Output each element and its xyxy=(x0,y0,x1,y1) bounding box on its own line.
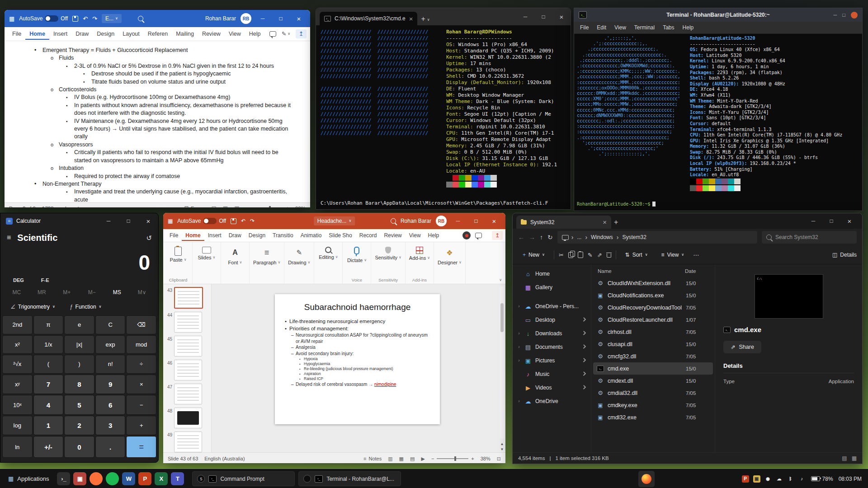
file-row[interactable]: CloudNotifications.exe 15/0 xyxy=(593,289,713,301)
memory-flyout-button[interactable]: M∨ xyxy=(130,289,155,296)
slide-thumbnail[interactable]: 43 xyxy=(166,287,210,309)
ribbon-tab[interactable]: Home xyxy=(25,28,49,40)
maximize-button[interactable] xyxy=(842,13,845,18)
ribbon-tab[interactable]: Design xyxy=(245,230,269,241)
ribbon-tab[interactable]: View xyxy=(225,28,245,40)
expander-icon[interactable] xyxy=(517,345,521,349)
ribbon-tab[interactable]: Referen xyxy=(144,28,172,40)
autosave-toggle[interactable]: AutoSave Off xyxy=(177,218,226,224)
slide-thumbnail[interactable]: 47 xyxy=(166,384,210,404)
maximize-button[interactable] xyxy=(822,218,840,224)
ribbon-tab[interactable]: Draw xyxy=(225,230,245,241)
clock[interactable]: 08:03 PM xyxy=(839,476,862,482)
file-row[interactable]: cmcfg32.dll 7/05 xyxy=(593,350,713,362)
menu-item[interactable]: Help xyxy=(679,24,698,31)
editing-mode-selector[interactable] xyxy=(282,31,290,37)
sort-button[interactable]: Sort xyxy=(621,249,652,260)
angle-unit-button[interactable]: DEG xyxy=(13,277,24,283)
notes-button[interactable]: Notes xyxy=(363,456,382,461)
read-mode-icon[interactable] xyxy=(212,206,217,207)
zoom-level[interactable]: 38% xyxy=(481,456,491,461)
memory-clear-button[interactable]: MC xyxy=(4,289,29,296)
divide-button[interactable]: ÷ xyxy=(126,355,156,374)
back-button[interactable] xyxy=(518,234,524,240)
close-button[interactable] xyxy=(552,14,571,20)
file-row[interactable]: clusapi.dll 15/0 xyxy=(593,338,713,350)
slide[interactable]: Subarachnoid haemorrhage Life-threatenin… xyxy=(275,294,440,424)
page-indicator[interactable]: Page 2 of 9 xyxy=(9,206,36,207)
forward-button[interactable] xyxy=(529,234,535,240)
undo-icon[interactable] xyxy=(83,16,88,22)
camera-tray-icon[interactable]: ◉ xyxy=(764,475,772,483)
sidebar-item[interactable]: ▦ Gallery xyxy=(514,281,589,294)
ribbon-group[interactable]: Paste Clipboard xyxy=(164,242,193,284)
powerpoint-launcher-icon[interactable]: P xyxy=(138,472,151,485)
ribbon-tab[interactable]: Animatio xyxy=(297,230,326,241)
sidebar-item[interactable]: ⌂ Home xyxy=(514,267,589,281)
copy-icon[interactable] xyxy=(568,252,573,258)
slide-indicator[interactable]: Slide 43 of 63 xyxy=(168,456,198,461)
record-button[interactable] xyxy=(462,231,471,239)
file-row[interactable]: cmd.exe 15/0 xyxy=(593,362,713,375)
view-button[interactable]: View xyxy=(657,249,689,260)
cut-icon[interactable] xyxy=(559,252,564,258)
backspace-button[interactable]: ⌫ xyxy=(126,315,156,334)
square-root-button[interactable]: ²√x xyxy=(2,355,33,374)
breadcrumb-item[interactable]: Windows xyxy=(588,233,616,241)
sidebar-item[interactable]: ▣ Pictures xyxy=(514,354,589,367)
teams-launcher-icon[interactable]: T xyxy=(171,472,184,485)
terminal-screen[interactable]: ///////////////// ///////////////// ////… xyxy=(316,25,571,209)
more-options-icon[interactable] xyxy=(693,252,699,258)
minimize-button[interactable] xyxy=(804,218,822,224)
avatar[interactable]: RB xyxy=(241,13,251,24)
details-view-toggle-icon[interactable] xyxy=(852,455,857,461)
open-paren-button[interactable]: ( xyxy=(33,355,64,374)
zoom-slider[interactable]: −+ xyxy=(246,206,289,207)
files-tray-icon[interactable]: ▣ xyxy=(753,475,760,483)
digit-5-button[interactable]: 5 xyxy=(64,395,94,415)
word-count[interactable]: 1728 words xyxy=(42,206,69,207)
subtract-button[interactable]: − xyxy=(126,395,156,415)
up-button[interactable] xyxy=(540,234,543,240)
search-icon[interactable] xyxy=(391,218,396,224)
menu-item[interactable]: File xyxy=(576,24,593,31)
ribbon-tab[interactable]: File xyxy=(8,28,25,40)
battery-indicator[interactable]: 78% xyxy=(811,476,833,482)
autosave-toggle[interactable]: AutoSave Off xyxy=(19,15,68,22)
bluetooth-tray-icon[interactable]: ᛒ xyxy=(787,475,794,483)
ribbon-tab[interactable]: Help xyxy=(425,230,443,241)
document-title[interactable]: E... xyxy=(102,14,122,23)
volume-tray-icon[interactable]: ♪ xyxy=(798,475,806,483)
function-dropdown[interactable]: ƒFunction xyxy=(65,301,106,312)
file-row[interactable]: cmdkey.exe 7/05 xyxy=(593,399,713,411)
ribbon-group[interactable]: Slides xyxy=(193,242,221,284)
expander-icon[interactable] xyxy=(517,304,521,309)
add-button[interactable]: + xyxy=(126,416,156,436)
list-view-toggle-icon[interactable] xyxy=(842,455,847,461)
slide-thumbnail[interactable]: 49 xyxy=(166,432,210,452)
ribbon-tab[interactable]: Help xyxy=(245,28,265,40)
log-button[interactable]: log xyxy=(2,416,33,436)
paste-icon[interactable] xyxy=(578,252,583,258)
explorer-tab[interactable]: System32 xyxy=(516,216,611,229)
file-row[interactable]: CloudRecoveryDownloadTool.dll 7/05 xyxy=(593,301,713,314)
taskbar-window-button[interactable]: Terminal - RohanBarar@L... xyxy=(298,471,401,486)
expander-icon[interactable] xyxy=(517,358,521,363)
new-button[interactable]: New xyxy=(518,249,549,260)
digit-0-button[interactable]: 0 xyxy=(64,436,94,458)
power-button[interactable]: xʸ xyxy=(2,375,33,394)
modulo-button[interactable]: mod xyxy=(126,335,156,354)
taskbar-window-button[interactable]: 5 Command Prompt xyxy=(192,471,295,486)
file-row[interactable]: cmdl32.exe 7/05 xyxy=(593,411,713,423)
ribbon-group[interactable]: Dictate Voice xyxy=(343,242,371,284)
ribbon-tab[interactable]: Draw xyxy=(71,28,93,40)
slide-thumbnail[interactable]: 44 xyxy=(166,312,210,333)
ribbon-tab[interactable]: Design xyxy=(93,28,118,40)
minimize-button[interactable] xyxy=(834,13,837,18)
multiply-button[interactable]: × xyxy=(126,375,156,394)
maximize-button[interactable] xyxy=(534,14,552,19)
memory-store-button[interactable]: MS xyxy=(104,289,130,296)
comments-icon[interactable] xyxy=(475,233,482,238)
file-row[interactable]: cmdial32.dll 7/05 xyxy=(593,387,713,399)
digit-2-button[interactable]: 2 xyxy=(64,416,94,436)
